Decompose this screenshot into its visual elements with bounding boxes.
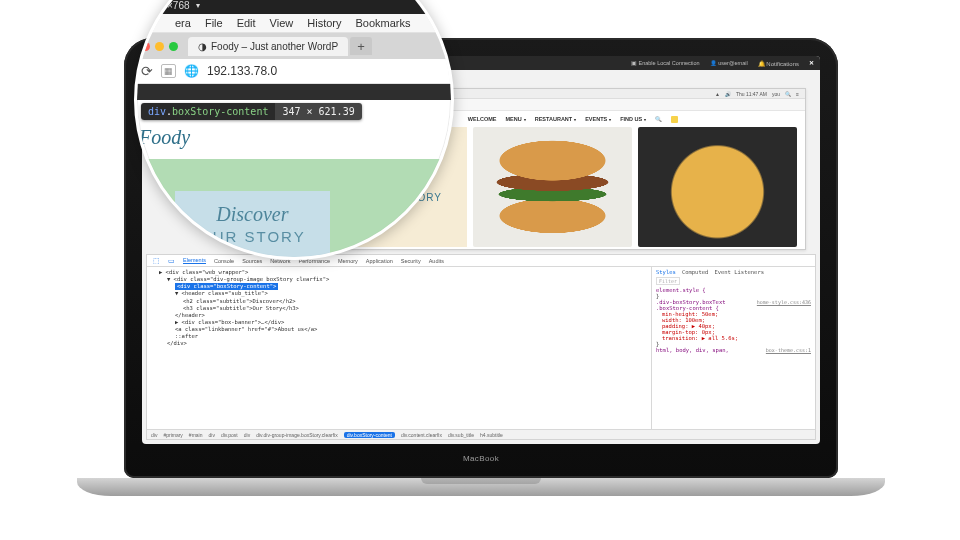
tab-security[interactable]: Security	[401, 258, 421, 264]
volume-icon: 🔊	[725, 91, 731, 97]
nav-events[interactable]: EVENTS▾	[585, 116, 611, 122]
url-field[interactable]: 192.133.78.0	[207, 64, 277, 78]
browser-tab-strip: ◑ Foody – Just another WordP +	[134, 33, 454, 59]
inspect-element-icon[interactable]: ⬚	[153, 257, 160, 265]
address-bar: ⟳ ▦ 🌐 192.133.78.0	[134, 59, 454, 84]
page-content: Foody	[134, 120, 454, 155]
enable-local-connection[interactable]: ▣ Enable Local Connection	[631, 60, 700, 67]
hero-image-pasta	[638, 127, 797, 247]
tab-console[interactable]: Console	[214, 258, 234, 264]
menu-bookmarks[interactable]: Bookmarks	[356, 17, 411, 29]
tab-elements[interactable]: Elements	[183, 257, 206, 264]
wifi-icon: ▲	[715, 91, 720, 97]
user-menu[interactable]: 👤 user@email	[710, 60, 748, 67]
new-tab-button[interactable]: +	[350, 37, 372, 55]
discover-heading: Discover	[199, 203, 306, 226]
menu-app[interactable]: era	[175, 17, 191, 29]
notifications-button[interactable]: 🔔 Notifications	[758, 60, 799, 67]
tab-event-listeners[interactable]: Event Listeners	[714, 269, 764, 275]
active-breadcrumb: div.boxStory-content	[344, 432, 395, 438]
site-logo[interactable]: Foody	[139, 126, 449, 149]
status-user: you	[772, 91, 780, 97]
cart-icon[interactable]	[671, 116, 678, 123]
menu-view[interactable]: View	[270, 17, 294, 29]
minimize-window-icon	[155, 42, 164, 51]
styles-filter-input[interactable]: Filter	[656, 277, 680, 285]
secondary-toolbar	[134, 84, 454, 100]
tab-computed[interactable]: Computed	[682, 269, 709, 275]
laptop-base: MacBook	[77, 478, 885, 496]
window-traffic-lights[interactable]	[141, 42, 178, 51]
tab-styles[interactable]: Styles	[656, 269, 676, 275]
tab-title: Foody – Just another WordP	[211, 41, 338, 52]
nav-restaurant[interactable]: RESTAURANT▾	[535, 116, 576, 122]
chevron-down-icon: ▾	[196, 1, 200, 10]
status-time: Thu 11:47 AM	[736, 91, 767, 97]
menu-file[interactable]: File	[205, 17, 223, 29]
opera-menubar[interactable]: era File Edit View History Bookmarks	[134, 14, 454, 33]
dom-tree[interactable]: ▶ <div class="web_wrapper"> ▼ <div class…	[147, 267, 651, 429]
search-icon[interactable]: 🔍	[785, 91, 791, 97]
tab-audits[interactable]: Audits	[429, 258, 444, 264]
zoom-window-icon	[169, 42, 178, 51]
dom-breadcrumbs[interactable]: div #primary #main div div.post div div.…	[147, 429, 815, 439]
tab-favicon: ◑	[198, 41, 207, 52]
reload-icon[interactable]: ⟳	[141, 63, 153, 79]
device-toggle-icon[interactable]: ▭	[168, 257, 175, 265]
tab-sources[interactable]: Sources	[242, 258, 262, 264]
devtools-tabs: ⬚ ▭ Elements Console Sources Network Per…	[147, 255, 815, 267]
close-icon[interactable]: ✕	[809, 60, 814, 67]
inspect-tooltip: div.boxStory-content 347 × 621.39	[141, 103, 362, 120]
menu-edit[interactable]: Edit	[237, 17, 256, 29]
devtools-panel: ⬚ ▭ Elements Console Sources Network Per…	[146, 254, 816, 440]
responsive-resolution-bar[interactable]: ×768▾	[134, 0, 454, 14]
tab-memory[interactable]: Memory	[338, 258, 358, 264]
tab-application[interactable]: Application	[366, 258, 393, 264]
laptop-label: MacBook	[463, 454, 499, 463]
styles-pane[interactable]: Styles Computed Event Listeners Filter e…	[651, 267, 815, 429]
hero-image-burger	[473, 127, 632, 247]
selected-dom-node: <div class="boxStory-content">	[175, 283, 278, 290]
nav-welcome[interactable]: WELCOME	[468, 116, 497, 122]
menu-history[interactable]: History	[307, 17, 341, 29]
nav-findus[interactable]: FIND US▾	[620, 116, 646, 122]
search-icon[interactable]: 🔍	[655, 116, 662, 122]
site-info-icon[interactable]: 🌐	[184, 64, 199, 78]
browser-tab[interactable]: ◑ Foody – Just another WordP	[188, 37, 348, 56]
nav-menu[interactable]: MENU▾	[506, 116, 526, 122]
vpn-badge-icon[interactable]: ▦	[161, 64, 176, 78]
menu-icon[interactable]: ≡	[796, 91, 799, 97]
